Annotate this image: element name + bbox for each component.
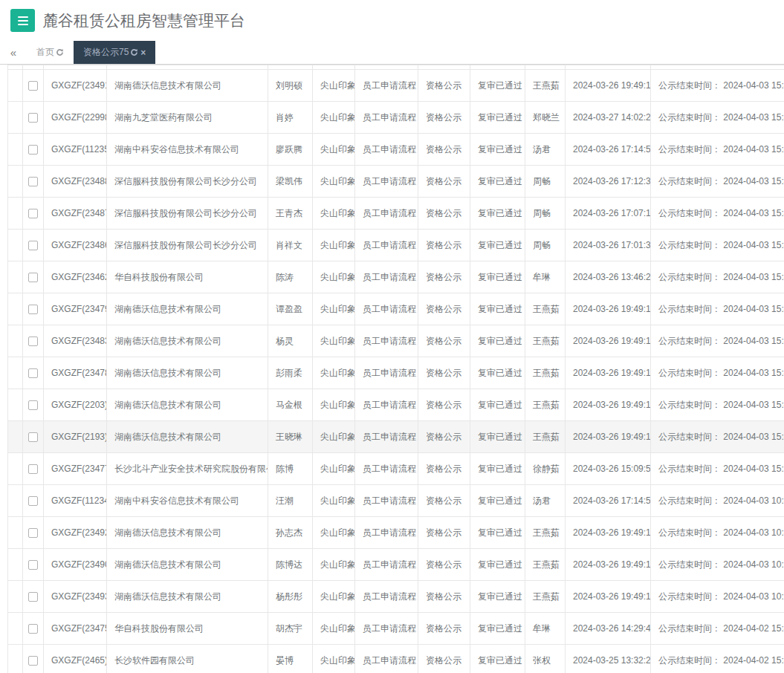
cell-review-result: 复审已通过 — [470, 357, 525, 389]
table-row[interactable]: GXGZF(2465) 长沙软件园有限公司 晏博 尖山印象 员工申请流程 资格公… — [8, 645, 784, 673]
cell-project: 尖山印象 — [313, 421, 355, 453]
cell-checkbox — [23, 325, 44, 357]
cell-end-time: 公示结束时间： 2024-04-02 15:40:24 — [651, 645, 784, 673]
row-checkbox[interactable] — [28, 273, 38, 282]
cell-apply-time: 2024-03-27 14:02:24 — [566, 102, 651, 134]
table-row[interactable]: GXGZF(23483) 湖南德沃信息技术有限公司 杨灵 尖山印象 员工申请流程… — [8, 325, 784, 357]
row-checkbox[interactable] — [28, 464, 38, 474]
row-checkbox[interactable] — [28, 305, 38, 314]
cell-status: 资格公示 — [418, 198, 470, 230]
cell-apply-time: 2024-03-26 17:14:53 — [566, 485, 651, 517]
cell-checkbox — [23, 357, 44, 389]
app-header: 麓谷租赁公租房智慧管理平台 — [0, 0, 784, 41]
table-row[interactable]: GXGZF(23487) 深信服科技股份有限公司长沙分公司 王青杰 尖山印象 员… — [8, 198, 784, 230]
refresh-icon[interactable] — [56, 48, 64, 56]
row-checkbox[interactable] — [28, 145, 38, 155]
cell-checkbox — [23, 421, 44, 453]
cell-checkbox — [23, 102, 44, 134]
cell-company: 湖南九芝堂医药有限公司 — [107, 102, 268, 134]
table-row[interactable]: GXGZF(23479) 湖南德沃信息技术有限公司 谭盈盈 尖山印象 员工申请流… — [8, 293, 784, 325]
cell-spacer — [8, 102, 23, 134]
table-row[interactable]: GXGZF(11234) 湖南中科安谷信息技术有限公司 汪潮 尖山印象 员工申请… — [8, 485, 784, 517]
cell-end-time: 公示结束时间： 2024-04-03 15:41:38 — [651, 230, 784, 261]
table-row[interactable]: GXGZF(23478) 湖南德沃信息技术有限公司 彭雨柔 尖山印象 员工申请流… — [8, 357, 784, 389]
cell-status: 资格公示 — [418, 134, 470, 166]
cell-end-time: 公示结束时间： 2024-04-03 15:42:28 — [651, 102, 784, 134]
row-checkbox[interactable] — [28, 241, 38, 250]
cell-checkbox — [23, 230, 44, 261]
tab-home[interactable]: 首页 — [27, 41, 74, 64]
collapse-tabs-button[interactable]: « — [0, 41, 27, 64]
table-row[interactable]: GXGZF(23492) 湖南德沃信息技术有限公司 孙志杰 尖山印象 员工申请流… — [8, 517, 784, 549]
cell-spacer — [8, 453, 23, 485]
cell-company: 长沙软件园有限公司 — [107, 645, 268, 673]
row-checkbox[interactable] — [28, 432, 38, 442]
row-checkbox[interactable] — [28, 560, 38, 570]
row-checkbox[interactable] — [28, 336, 38, 346]
cell-company: 湖南德沃信息技术有限公司 — [107, 325, 268, 357]
cell-project: 尖山印象 — [313, 581, 355, 613]
row-checkbox[interactable] — [28, 400, 38, 410]
row-checkbox[interactable] — [28, 656, 38, 666]
cell-end-time: 公示结束时间： 2024-04-02 15:40:35 — [651, 613, 784, 645]
row-checkbox[interactable] — [28, 209, 38, 218]
cell-review-result: 复审已通过 — [470, 613, 525, 645]
cell-record-id: GXGZF(23479) — [44, 293, 107, 325]
app-title: 麓谷租赁公租房智慧管理平台 — [42, 10, 245, 31]
cell-checkbox — [23, 134, 44, 166]
cell-project: 尖山印象 — [313, 613, 355, 645]
cell-end-time: 公示结束时间： 2024-04-03 15:42:38 — [651, 70, 784, 102]
row-checkbox[interactable] — [28, 496, 38, 506]
row-checkbox[interactable] — [28, 624, 38, 634]
row-checkbox[interactable] — [28, 81, 38, 91]
cell-review-result: 复审已通过 — [470, 134, 525, 166]
cell-reviewer: 王燕茹 — [525, 357, 566, 389]
cell-record-id: GXGZF(23483) — [44, 325, 107, 357]
cell-spacer — [8, 421, 23, 453]
cell-status: 资格公示 — [418, 293, 470, 325]
cell-checkbox — [23, 453, 44, 485]
cell-status: 资格公示 — [418, 357, 470, 389]
row-checkbox[interactable] — [28, 368, 38, 378]
table-row[interactable]: GXGZF(2203) 湖南德沃信息技术有限公司 马金根 尖山印象 员工申请流程… — [8, 389, 784, 421]
row-checkbox[interactable] — [28, 113, 38, 123]
cell-reviewer: 王燕茹 — [525, 293, 566, 325]
table-row[interactable]: GXGZF(23490) 湖南德沃信息技术有限公司 陈博达 尖山印象 员工申请流… — [8, 549, 784, 581]
cell-end-time: 公示结束时间： 2024-04-03 15:42:07 — [651, 166, 784, 198]
cell-checkbox — [23, 293, 44, 325]
table-row[interactable]: GXGZF(22998) 湖南九芝堂医药有限公司 肖婷 尖山印象 员工申请流程 … — [8, 102, 784, 134]
cell-checkbox — [23, 198, 44, 230]
table-row[interactable]: GXGZF(23475) 华自科技股份有限公司 胡杰宇 尖山印象 员工申请流程 … — [8, 613, 784, 645]
cell-applicant: 杨灵 — [268, 325, 313, 357]
row-checkbox[interactable] — [28, 592, 38, 602]
table-row[interactable]: GXGZF(23491) 湖南德沃信息技术有限公司 刘明硕 尖山印象 员工申请流… — [8, 70, 784, 102]
cell-applicant: 陈博 — [268, 453, 313, 485]
tab-qualification-publicity[interactable]: 资格公示75 × — [74, 41, 155, 64]
table-row[interactable]: GXGZF(23462) 华自科技股份有限公司 陈涛 尖山印象 员工申请流程 资… — [8, 261, 784, 293]
cell-record-id: GXGZF(2465) — [44, 645, 107, 673]
cell-process: 员工申请流程 — [355, 325, 418, 357]
cell-record-id: GXGZF(22998) — [44, 102, 107, 134]
row-checkbox[interactable] — [28, 177, 38, 186]
hamburger-menu-button[interactable] — [10, 9, 35, 32]
table-row[interactable]: GXGZF(23477) 长沙北斗产业安全技术研究院股份有限公司 陈博 尖山印象… — [8, 453, 784, 485]
cell-reviewer: 周畅 — [525, 198, 566, 230]
cell-review-result: 复审已通过 — [470, 517, 525, 549]
cell-reviewer: 王燕茹 — [525, 421, 566, 453]
row-checkbox[interactable] — [28, 528, 38, 538]
cell-end-time: 公示结束时间： 2024-04-03 10:40:07 — [651, 517, 784, 549]
cell-spacer — [8, 517, 23, 549]
table-row[interactable]: GXGZF(2193) 湖南德沃信息技术有限公司 王晓琳 尖山印象 员工申请流程… — [8, 421, 784, 453]
refresh-icon[interactable] — [130, 48, 138, 56]
table-row[interactable]: GXGZF(23486) 深信服科技股份有限公司长沙分公司 肖祥文 尖山印象 员… — [8, 230, 784, 261]
cell-end-time: 公示结束时间： 2024-04-03 15:41:49 — [651, 198, 784, 230]
cell-applicant: 陈博达 — [268, 549, 313, 581]
table-row[interactable]: GXGZF(23493) 湖南德沃信息技术有限公司 杨彤彤 尖山印象 员工申请流… — [8, 581, 784, 613]
cell-process: 员工申请流程 — [355, 357, 418, 389]
close-icon[interactable]: × — [140, 48, 146, 57]
cell-apply-time: 2024-03-26 19:49:12 — [566, 517, 651, 549]
cell-apply-time: 2024-03-26 19:49:12 — [566, 421, 651, 453]
table-row[interactable]: GXGZF(11235) 湖南中科安谷信息技术有限公司 廖跃腾 尖山印象 员工申… — [8, 134, 784, 166]
table-row[interactable]: GXGZF(23488) 深信服科技股份有限公司长沙分公司 梁凯伟 尖山印象 员… — [8, 166, 784, 198]
cell-process: 员工申请流程 — [355, 134, 418, 166]
